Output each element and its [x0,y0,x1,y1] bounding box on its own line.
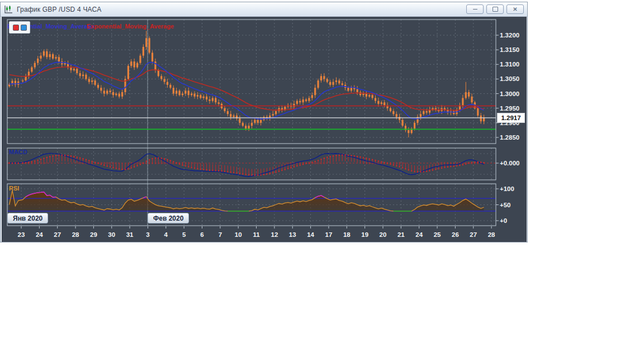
day-label: 28 [72,231,79,238]
day-label: 3 [146,231,149,238]
minimize-button[interactable]: — [466,4,484,14]
day-label: 29 [90,231,97,238]
month-label-jan-text: Янв 2020 [13,215,42,222]
price-chart-canvas[interactable]: 1.32001.31501.31001.30501.30001.29501.29… [2,17,527,242]
day-label: 12 [271,231,278,238]
day-label: 31 [126,231,134,238]
month-label-feb-text: Фев 2020 [153,215,183,222]
red-indicator-button[interactable] [13,25,19,31]
day-label: 30 [108,231,115,238]
window-controls: — ✕ [466,4,524,14]
price-tick-label: 1.2950 [500,105,519,112]
chart-content[interactable]: 1.32001.31501.31001.30501.30001.29501.29… [2,17,527,242]
chart-window: График GBP /USD 4 ЧАСА — ✕ 1.32001.31501… [0,2,528,242]
macd-tick-label: +0.000 [500,160,520,166]
indicator-buttons [9,21,30,34]
candles-layer [8,31,485,137]
day-label: 4 [164,231,168,238]
price-tick-label: 1.3100 [500,61,519,68]
macd-signal-dots [8,154,484,176]
rsi-tick-label: +100 [500,185,514,192]
day-label: 19 [361,231,368,238]
price-tick-label: 1.3150 [500,46,519,53]
day-label: 24 [415,231,423,238]
day-label: 21 [397,231,405,238]
macd-panel-label: MACD [9,149,27,155]
month-label-feb[interactable]: Фев 2020 [148,213,189,223]
close-icon: ✕ [513,7,517,12]
restore-icon [493,7,498,12]
day-label: 18 [343,231,351,238]
day-label: 11 [253,231,260,238]
ema-fast-line [10,62,484,119]
rsi-panel-label: RSI [9,185,19,192]
rsi-tick-label: +50 [500,202,511,208]
chart-icon [4,5,13,14]
day-label: 23 [18,231,25,238]
day-label: 25 [434,231,441,238]
current-price-label: 1.2917 [497,113,525,123]
day-label: 6 [200,231,203,238]
window-titlebar[interactable]: График GBP /USD 4 ЧАСА — ✕ [1,2,527,17]
minimize-icon: — [473,7,477,12]
day-label: 26 [452,231,459,238]
day-label: 14 [307,231,314,238]
restore-button[interactable] [486,4,504,14]
macd-line [10,153,484,177]
day-label: 17 [325,231,333,238]
price-tick-label: 1.2850 [500,134,519,141]
day-label: 28 [488,231,495,238]
day-label: 24 [36,231,43,238]
rsi-tick-label: +0 [500,217,507,224]
price-tick-label: 1.3200 [500,32,519,39]
rsi-fill [10,190,484,211]
day-label: 5 [182,231,186,238]
day-label: 27 [470,231,477,238]
day-label: 7 [219,231,222,238]
day-label: 13 [289,231,296,238]
blue-indicator-button[interactable] [21,25,27,31]
month-label-jan[interactable]: Янв 2020 [7,213,48,223]
window-title: График GBP /USD 4 ЧАСА [17,6,101,13]
day-label: 10 [235,231,242,238]
day-label: 27 [54,231,61,238]
price-tick-label: 1.3050 [500,75,519,82]
close-button[interactable]: ✕ [506,4,524,14]
day-label: 20 [380,231,387,238]
legend-ema-slow: Exponential_Moving_Average [87,23,174,30]
price-tick-label: 1.3000 [500,90,519,97]
